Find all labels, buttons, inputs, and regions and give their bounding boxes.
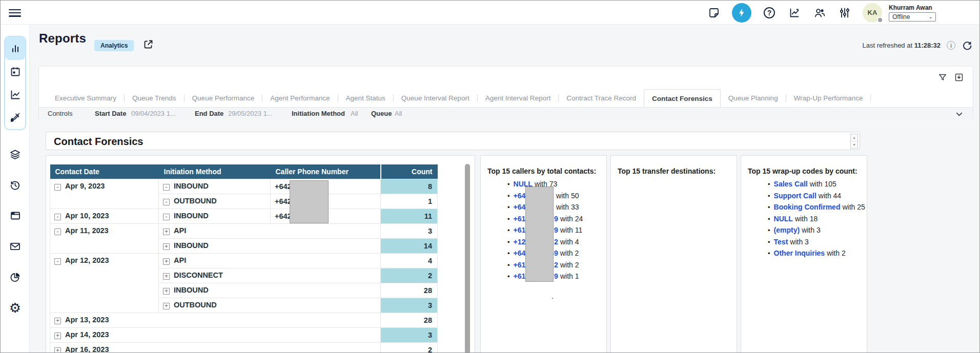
sliders-icon[interactable] [838,6,852,20]
queue-label: Queue [371,110,392,117]
collapse-toggle[interactable]: - [163,214,170,220]
tab-agent-interval-report[interactable]: Agent Interval Report [478,89,559,107]
notes-icon[interactable] [707,6,721,20]
topbar-actions: ? KA Khurram Awan Offline ⌄ [707,1,936,25]
sidebar-item-settings[interactable]: ⚙ [1,299,30,317]
collapse-toggle[interactable]: - [54,229,61,235]
lightning-icon[interactable] [732,3,751,23]
collapse-toggle[interactable]: - [54,214,61,220]
redaction-box [290,180,329,223]
analytics-badge: Analytics [94,40,134,51]
tab-queue-trends[interactable]: Queue Trends [125,89,184,107]
status-dot [877,17,883,23]
initiation-method-label: Initiation Method [292,110,345,117]
users-icon[interactable] [812,6,827,20]
wrapup-item: •(empty)with 3 [768,224,865,236]
spinner-up-icon[interactable]: ▲ [851,134,858,141]
expand-toggle[interactable]: + [54,333,61,339]
expand-toggle[interactable]: + [54,318,61,324]
forensics-table-card: Contact Date Initiation Method Caller Ph… [46,155,475,353]
table-row: -Apr 10, 2023 -INBOUND +642 11 [50,209,438,223]
wrapup-link[interactable]: Other Inquiries [774,249,825,257]
filter-icon[interactable] [938,73,947,82]
wrapup-link[interactable]: NULL [774,215,793,223]
collapse-toggle[interactable]: - [163,199,170,205]
sidebar-item-calendar[interactable] [5,60,25,83]
controls-bar: Controls Start Date 09/04/2023 1... End … [39,107,973,120]
sidebar-item-window[interactable] [1,207,30,224]
start-date-label: Start Date [95,110,126,117]
wrapup-link[interactable]: Test [774,238,788,246]
transfer-destinations-panel: Top 15 transfer destinations: [610,155,737,353]
report-card: Executive Summary Queue Trends Queue Per… [38,66,973,120]
end-date-value[interactable]: 29/05/2023 1... [228,110,273,117]
collapse-toggle[interactable]: - [163,184,170,191]
expand-toggle[interactable]: + [163,229,170,235]
count-cell: 8 [381,179,438,194]
info-icon[interactable]: i [947,41,955,50]
tab-contract-trace-record[interactable]: Contract Trace Record [559,89,644,107]
table-row: -Apr 12, 2023 +API 4 [50,253,438,268]
wrapup-link[interactable]: Support Call [774,192,816,200]
refresh-row: Last refreshed at 11:28:32 i [862,40,972,51]
wrapup-link[interactable]: (empty) [774,226,800,234]
forensics-table: Contact Date Initiation Method Caller Ph… [50,164,438,353]
tab-agent-performance[interactable]: Agent Performance [262,89,337,107]
metrics-icon[interactable] [787,6,802,20]
count-cell: 28 [381,283,438,298]
tab-contact-forensics[interactable]: Contact Forensics [644,89,721,107]
expand-toggle[interactable]: + [54,347,61,353]
expand-toggle[interactable]: + [163,303,170,309]
wrapup-item: •Booking Confirmedwith 25 [768,201,865,213]
page-title: Reports [39,31,86,46]
wrapup-codes-panel: Top 15 wrap-up codes by count: •Sales Ca… [741,155,867,353]
user-avatar[interactable]: KA [863,3,882,23]
wrapup-link[interactable]: Booking Confirmed [774,203,841,211]
collapse-toggle[interactable]: - [54,184,61,191]
wrapup-item: •NULLwith 18 [768,213,865,225]
queue-value[interactable]: All [395,110,402,117]
help-icon[interactable]: ? [762,6,777,20]
table-scrollbar-thumb[interactable] [465,164,470,353]
gear-icon: ⚙ [9,301,21,315]
user-block: Khurram Awan Offline ⌄ [889,4,936,22]
tab-queue-planning[interactable]: Queue Planning [721,89,786,107]
redaction-box [525,186,554,282]
col-caller-phone[interactable]: Caller Phone Number [271,164,381,179]
col-initiation-method[interactable]: Initiation Method [159,164,271,179]
start-date-value[interactable]: 09/04/2023 1... [131,110,176,117]
status-dropdown[interactable]: Offline ⌄ [889,12,936,22]
tab-wrap-up-performance[interactable]: Wrap-Up Performance [786,89,871,107]
sidebar-item-pie-chart[interactable] [1,268,30,286]
spinner-down-icon[interactable]: ▼ [851,141,858,148]
col-contact-date[interactable]: Contact Date [50,164,159,179]
expand-toggle[interactable]: + [163,258,170,265]
section-spinner: ▲ ▼ [850,134,858,149]
report-tabs: Executive Summary Queue Trends Queue Per… [47,89,871,107]
wrapup-link[interactable]: Sales Call [774,180,808,188]
sidebar-item-line-chart[interactable] [5,83,25,106]
wrapup-codes-title: Top 15 wrap-up codes by count: [748,167,858,175]
tab-agent-status[interactable]: Agent Status [338,89,393,107]
sidebar-item-mail[interactable] [1,238,30,255]
tab-queue-performance[interactable]: Queue Performance [185,89,262,107]
sidebar-item-reports[interactable] [5,37,25,60]
sidebar-item-design-brush[interactable] [5,106,25,129]
collapse-toggle[interactable]: - [54,258,61,265]
tab-executive-summary[interactable]: Executive Summary [47,89,124,107]
hamburger-menu-icon[interactable] [9,7,21,17]
controls-expand-chevron-icon[interactable] [955,110,964,118]
download-icon[interactable] [954,73,964,82]
count-cell: 3 [381,327,438,342]
expand-toggle[interactable]: + [163,288,170,295]
sidebar-item-layers[interactable] [1,146,30,163]
expand-toggle[interactable]: + [163,273,170,280]
expand-toggle[interactable]: + [163,243,170,250]
external-link-icon[interactable] [143,39,154,50]
sidebar-item-history[interactable] [1,176,30,194]
col-count[interactable]: Count [381,164,438,179]
refresh-icon[interactable] [962,40,972,51]
initiation-method-value[interactable]: All [351,110,358,117]
app-window: ? KA Khurram Awan Offline ⌄ [0,0,980,353]
tab-queue-interval-report[interactable]: Queue Interval Report [394,89,477,107]
